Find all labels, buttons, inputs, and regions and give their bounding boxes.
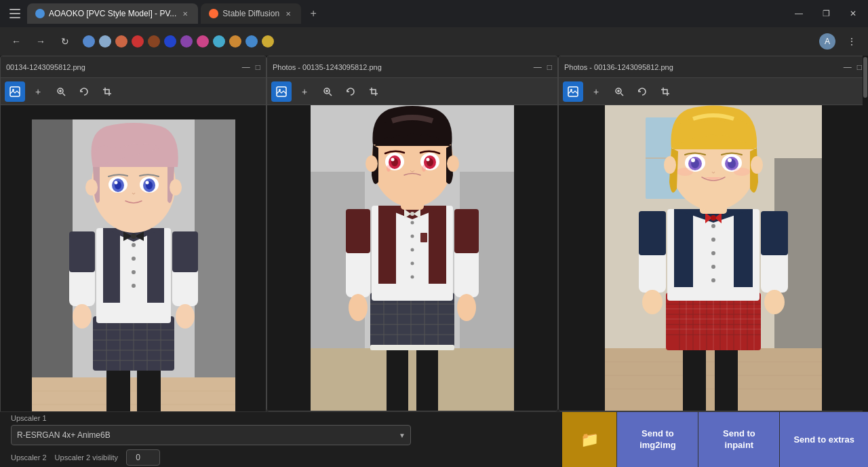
svg-rect-105 [568, 87, 578, 96]
restore-left-button[interactable]: □ [256, 62, 260, 72]
photo-image-right [559, 105, 867, 411]
photo-window-controls-center: — □ [534, 62, 552, 72]
upscaler1-select-wrap: R-ESRGAN 4x+ Anime6B None R-ESRGAN 4x+ E… [11, 425, 411, 445]
add-tool-right[interactable]: + [586, 81, 606, 102]
minimize-center-button[interactable]: — [534, 62, 542, 72]
minimize-button[interactable]: — [789, 4, 808, 23]
svg-rect-76 [370, 345, 454, 350]
profile-button[interactable]: A [818, 32, 837, 51]
tab-close-aoaoko[interactable]: ✕ [180, 9, 190, 18]
zoom-tool-left[interactable] [51, 81, 71, 102]
photo-toolbar-center: + [267, 78, 557, 105]
minimize-right-button[interactable]: — [844, 62, 852, 72]
extensions-button[interactable]: ⋮ [842, 32, 861, 51]
favicon-2 [99, 35, 111, 48]
image-tool-center[interactable] [271, 81, 292, 102]
favicon-9 [213, 35, 225, 48]
svg-rect-152 [761, 211, 788, 255]
tab-stablediffusion[interactable]: Stable Diffusion ✕ [201, 3, 301, 24]
favicon-8 [197, 35, 209, 48]
svg-rect-78 [420, 233, 427, 242]
restore-right-button[interactable]: □ [857, 62, 862, 72]
send-to-img2img-button[interactable]: Send toimg2img [616, 412, 698, 467]
tab-aoaoko[interactable]: AOAOKO [PVC Style Model] - PV... ✕ [27, 3, 198, 24]
upscaler1-select[interactable]: R-ESRGAN 4x+ Anime6B None R-ESRGAN 4x+ E… [11, 425, 411, 445]
upscaler1-label: Upscaler 1 [11, 414, 551, 422]
restore-button[interactable]: ❐ [816, 4, 835, 23]
upscaler2-row: Upscaler 2 Upscaler 2 visibility [11, 449, 551, 466]
rotate-tool-center[interactable] [340, 81, 361, 102]
browser-toolbar: ← → ↻ A ⋮ [0, 27, 868, 56]
close-browser-button[interactable]: ✕ [844, 4, 863, 23]
image-tool-left[interactable] [5, 81, 25, 102]
svg-point-101 [366, 155, 378, 172]
send-to-inpaint-label: Send toinpaint [723, 428, 755, 451]
svg-point-102 [447, 155, 459, 172]
svg-point-144 [711, 238, 715, 242]
add-tool-left[interactable]: + [28, 81, 48, 102]
zoom-tool-center[interactable] [317, 81, 338, 102]
svg-line-6 [63, 93, 66, 96]
back-button[interactable]: ← [7, 32, 26, 51]
send-to-inpaint-button[interactable]: Send toinpaint [698, 412, 779, 467]
upscaler2-visibility-label: Upscaler 2 visibility [55, 453, 119, 462]
svg-point-31 [132, 243, 136, 247]
reload-button[interactable]: ↻ [56, 32, 75, 51]
svg-point-100 [427, 157, 430, 161]
svg-point-89 [349, 294, 368, 321]
zoom-tool-right[interactable] [609, 81, 629, 102]
restore-center-button[interactable]: □ [547, 62, 552, 72]
svg-point-53 [170, 179, 182, 195]
svg-point-147 [711, 278, 715, 282]
favicon-6 [164, 35, 176, 48]
forward-button[interactable]: → [31, 32, 50, 51]
svg-point-40 [73, 304, 92, 329]
svg-line-57 [330, 93, 332, 96]
rotate-tool-right[interactable] [632, 81, 652, 102]
photo-window-title-center: Photos - 00135-1243095812.png [273, 63, 382, 71]
favicon-7 [180, 35, 193, 48]
svg-point-153 [642, 290, 663, 314]
svg-point-166 [751, 156, 763, 174]
svg-rect-64 [387, 345, 408, 411]
add-tool-center[interactable]: + [294, 81, 315, 102]
sidebar-toggle-button[interactable] [5, 4, 24, 23]
crop-tool-left[interactable] [97, 81, 117, 102]
svg-point-143 [711, 224, 715, 228]
svg-point-148 [711, 215, 716, 221]
browser-tab-bar: AOAOKO [PVC Style Model] - PV... ✕ Stabl… [0, 0, 868, 27]
crop-tool-center[interactable] [363, 81, 384, 102]
photo-window-header-center: Photos - 00135-1243095812.png — □ [267, 56, 557, 78]
svg-rect-66 [370, 293, 454, 350]
svg-rect-87 [346, 209, 370, 253]
scrollbar-right[interactable] [863, 56, 868, 411]
scrollbar-thumb [863, 57, 867, 98]
folder-button[interactable]: 📁 [562, 412, 616, 467]
favicon-row [80, 35, 277, 48]
tab-close-sd[interactable]: ✕ [283, 9, 293, 18]
new-tab-button[interactable]: + [304, 4, 323, 23]
svg-rect-65 [416, 345, 438, 411]
tab-favicon-aoaoko [35, 9, 45, 18]
svg-point-33 [132, 270, 136, 274]
svg-point-145 [711, 251, 715, 255]
svg-point-84 [410, 212, 414, 216]
svg-point-80 [411, 234, 414, 238]
svg-rect-116 [605, 348, 822, 411]
crop-tool-right[interactable] [655, 81, 675, 102]
minimize-left-button[interactable]: — [242, 62, 250, 72]
svg-line-108 [621, 93, 624, 96]
svg-rect-120 [683, 345, 706, 411]
svg-point-168 [734, 168, 750, 176]
photo-window-title-left: 00134-1243095812.png [6, 63, 85, 71]
svg-point-106 [570, 89, 572, 91]
rotate-tool-left[interactable] [74, 81, 94, 102]
svg-point-90 [457, 294, 476, 321]
upscaler2-visibility-input[interactable] [126, 449, 160, 466]
tab-label-sd: Stable Diffusion [222, 9, 279, 18]
photo-window-right: Photos - 00136-1243095812.png — □ + [558, 56, 868, 411]
svg-point-163 [691, 158, 695, 162]
image-tool-right[interactable] [563, 81, 583, 102]
svg-point-34 [132, 284, 136, 288]
send-to-extras-button[interactable]: Send to extras [779, 412, 868, 467]
